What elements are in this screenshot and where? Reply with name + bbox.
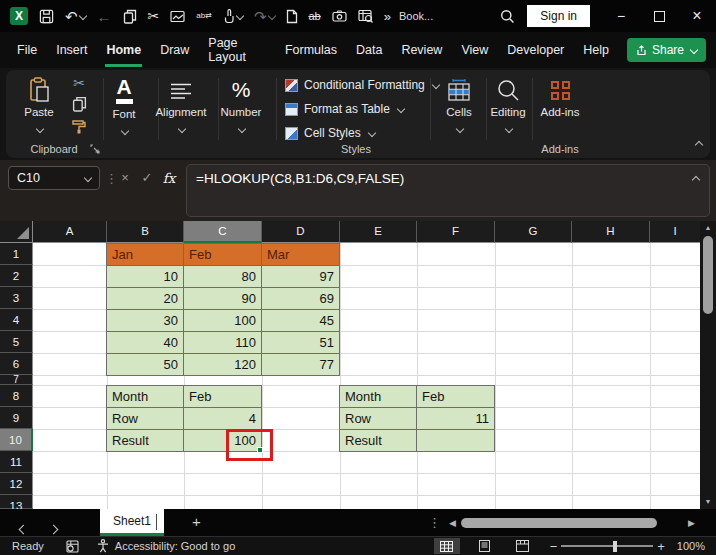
cell-c4[interactable]: 100: [184, 310, 261, 331]
tab-page-layout[interactable]: Page Layout: [207, 26, 267, 74]
row-header-9[interactable]: 9: [0, 407, 33, 429]
cell-b2[interactable]: 10: [107, 266, 183, 287]
cell-d1[interactable]: Mar: [262, 244, 339, 265]
cell-c9[interactable]: 4: [184, 408, 261, 429]
overflow-icon[interactable]: »: [384, 10, 391, 23]
addins-button[interactable]: Add-ins: [534, 75, 586, 118]
new-file-icon[interactable]: [286, 9, 298, 24]
sheet-options-icon[interactable]: ⋮: [428, 515, 441, 530]
tab-draw[interactable]: Draw: [159, 33, 190, 67]
cut-icon[interactable]: ✂: [148, 9, 160, 23]
collapse-ribbon-icon[interactable]: [695, 141, 703, 149]
editing-group-button[interactable]: Editing: [484, 75, 532, 136]
column-header-h[interactable]: H: [572, 221, 650, 243]
cell-b5[interactable]: 40: [107, 332, 183, 353]
format-as-table-button[interactable]: Format as Table: [285, 102, 404, 116]
tab-developer[interactable]: Developer: [506, 33, 565, 67]
tab-review[interactable]: Review: [400, 33, 443, 67]
row-header-4[interactable]: 4: [0, 309, 33, 331]
row-header-8[interactable]: 8: [0, 385, 33, 407]
row-header-6[interactable]: 6: [0, 353, 33, 375]
prev-sheet-button[interactable]: [18, 519, 27, 537]
tab-formulas[interactable]: Formulas: [284, 33, 338, 67]
page-break-view-button[interactable]: [510, 538, 536, 554]
cell-c5[interactable]: 110: [184, 332, 261, 353]
row-header-5[interactable]: 5: [0, 331, 33, 353]
cell-c8[interactable]: Feb: [184, 386, 261, 407]
column-header-a[interactable]: A: [33, 221, 107, 243]
column-header-b[interactable]: B: [107, 221, 184, 243]
cell-d5[interactable]: 51: [262, 332, 339, 353]
cell-d4[interactable]: 45: [262, 310, 339, 331]
cell-d2[interactable]: 97: [262, 266, 339, 287]
scroll-right-icon[interactable]: ▶: [688, 518, 695, 528]
copy-icon[interactable]: [123, 9, 137, 24]
tab-insert[interactable]: Insert: [55, 33, 88, 67]
name-box[interactable]: C10: [8, 166, 100, 190]
tab-view[interactable]: View: [460, 33, 489, 67]
column-header-i[interactable]: I: [650, 221, 700, 243]
zoom-slider[interactable]: [561, 540, 653, 552]
page-layout-view-button[interactable]: [472, 538, 498, 554]
cell-e8[interactable]: Month: [340, 386, 416, 407]
cell-d6[interactable]: 77: [262, 354, 339, 375]
vertical-scrollbar[interactable]: ▲ ▼: [700, 221, 716, 509]
macro-record-icon[interactable]: [66, 540, 79, 553]
column-header-d[interactable]: D: [262, 221, 340, 243]
cell-f8[interactable]: Feb: [417, 386, 494, 407]
scroll-left-icon[interactable]: ◀: [449, 518, 456, 528]
zoom-level[interactable]: 100%: [677, 540, 705, 552]
dialog-launcher-icon[interactable]: [90, 144, 100, 154]
next-sheet-button[interactable]: [48, 519, 57, 537]
row-header-12[interactable]: 12: [0, 473, 33, 495]
cell-b4[interactable]: 30: [107, 310, 183, 331]
insert-function-button[interactable]: fx: [160, 170, 178, 186]
copy-button[interactable]: [72, 96, 87, 112]
touch-mode-button[interactable]: [223, 9, 243, 23]
vertical-scrollbar-thumb[interactable]: [703, 236, 713, 314]
cell-b8[interactable]: Month: [107, 386, 183, 407]
minimize-button[interactable]: −: [602, 0, 640, 32]
cells-group-button[interactable]: Cells: [435, 75, 483, 136]
add-sheet-button[interactable]: +: [192, 513, 201, 530]
tab-file[interactable]: File: [16, 33, 38, 67]
cancel-button[interactable]: ×: [116, 170, 134, 185]
row-header-1[interactable]: 1: [0, 243, 33, 265]
row-header-10[interactable]: 10: [0, 429, 33, 451]
column-header-e[interactable]: E: [340, 221, 417, 243]
conditional-formatting-button[interactable]: Conditional Formatting: [285, 78, 439, 92]
column-header-c[interactable]: C: [184, 221, 262, 243]
row-header-3[interactable]: 3: [0, 287, 33, 309]
select-all-button[interactable]: [0, 221, 33, 243]
cell-b6[interactable]: 50: [107, 354, 183, 375]
cell-b3[interactable]: 20: [107, 288, 183, 309]
row-header-2[interactable]: 2: [0, 265, 33, 287]
save-icon[interactable]: [39, 9, 54, 24]
cell-f10[interactable]: [417, 430, 494, 451]
tab-data[interactable]: Data: [355, 33, 383, 67]
number-group-button[interactable]: % Number: [217, 75, 265, 136]
scroll-up-icon[interactable]: ▲: [700, 224, 716, 231]
cell-e10[interactable]: Result: [340, 430, 416, 451]
cell-b10[interactable]: Result: [107, 430, 183, 451]
column-header-f[interactable]: F: [417, 221, 495, 243]
scroll-down-icon[interactable]: ▼: [700, 498, 716, 505]
horizontal-scrollbar-thumb[interactable]: [461, 518, 657, 528]
cell-c3[interactable]: 90: [184, 288, 261, 309]
cell-b9[interactable]: Row: [107, 408, 183, 429]
zoom-slider-thumb[interactable]: [613, 541, 617, 552]
cell-c6[interactable]: 120: [184, 354, 261, 375]
close-button[interactable]: ×: [678, 0, 716, 32]
collapse-formula-bar-icon[interactable]: [692, 176, 700, 184]
cells-area[interactable]: Jan Feb Mar 10 80 97 20 90 69 30 100 45 …: [33, 243, 700, 509]
share-button[interactable]: Share: [627, 38, 706, 62]
format-painter-button[interactable]: [71, 118, 87, 134]
zoom-out-button[interactable]: −: [550, 539, 558, 554]
row-header-11[interactable]: 11: [0, 451, 33, 473]
cell-e9[interactable]: Row: [340, 408, 416, 429]
sheet-tab-sheet1[interactable]: Sheet1: [100, 509, 164, 536]
cell-f9[interactable]: 11: [417, 408, 494, 429]
font-group-button[interactable]: A Font: [100, 75, 148, 138]
camera-icon[interactable]: [332, 10, 347, 22]
strikethrough-icon[interactable]: ab: [309, 11, 321, 22]
